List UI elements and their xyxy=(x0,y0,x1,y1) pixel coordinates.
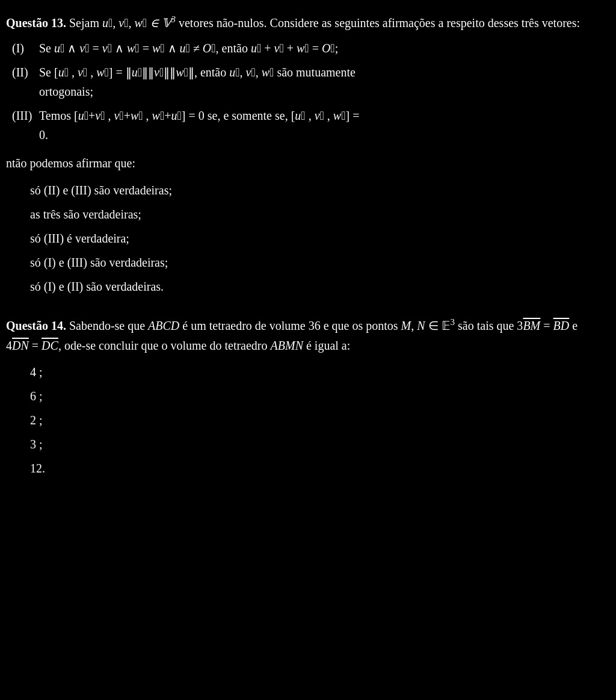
vector-BD: BD xyxy=(553,318,570,332)
statement-II: (II) Se [u⃗ , v⃗ , w⃗] = ‖u⃗‖‖v⃗‖‖w⃗‖, e… xyxy=(12,63,598,101)
option-13-e-text: só (I) e (II) são verdadeiras. xyxy=(30,276,164,297)
statement-III-label: (III) xyxy=(12,106,39,125)
question-13-block: Questão 13. Sejam u⃗, v⃗, w⃗ ∈ 𝕍3 vetore… xyxy=(6,12,598,297)
statement-I-label: (I) xyxy=(12,39,39,58)
statement-I-text: Se u⃗ ∧ v⃗ = v⃗ ∧ w⃗ = w⃗ ∧ u⃗ ≠ O⃗, ent… xyxy=(39,39,598,58)
question-13-title: Questão 13. Sejam u⃗, v⃗, w⃗ ∈ 𝕍3 vetore… xyxy=(6,12,598,33)
option-14-c: 2 ; xyxy=(18,410,598,430)
option-13-c-text: só (III) é verdadeira; xyxy=(30,228,129,249)
question-14-block: Questão 14. Sabendo-se que ABCD é um tet… xyxy=(6,315,598,479)
option-14-c-text: 2 ; xyxy=(30,410,43,430)
option-13-a-text: só (II) e (III) são verdadeiras; xyxy=(30,180,172,200)
statement-I: (I) Se u⃗ ∧ v⃗ = v⃗ ∧ w⃗ = w⃗ ∧ u⃗ ≠ O⃗,… xyxy=(12,39,598,58)
option-14-d: 3 ; xyxy=(18,434,598,454)
option-13-a: só (II) e (III) são verdadeiras; xyxy=(18,180,598,200)
statement-list-13: (I) Se u⃗ ∧ v⃗ = v⃗ ∧ w⃗ = w⃗ ∧ u⃗ ≠ O⃗,… xyxy=(12,39,598,144)
option-14-a-text: 4 ; xyxy=(30,362,43,382)
option-14-b: 6 ; xyxy=(18,386,598,406)
statement-III-text: Temos [u⃗+v⃗ , v⃗+w⃗ , w⃗+u⃗] = 0 se, e … xyxy=(39,106,598,144)
option-13-b: as três são verdadeiras; xyxy=(18,204,598,225)
option-14-e: 12. xyxy=(18,458,598,479)
page-content: Questão 13. Sejam u⃗, v⃗, w⃗ ∈ 𝕍3 vetore… xyxy=(6,12,598,479)
option-14-b-text: 6 ; xyxy=(30,386,43,406)
option-13-b-text: as três são verdadeiras; xyxy=(30,204,141,225)
option-13-e: só (I) e (II) são verdadeiras. xyxy=(18,276,598,297)
question-13-label: Questão 13. xyxy=(6,16,66,29)
option-14-d-text: 3 ; xyxy=(30,434,43,454)
options-list-14: 4 ; 6 ; 2 ; 3 ; 12. xyxy=(18,362,598,479)
statement-II-label: (II) xyxy=(12,63,39,82)
vector-DN: DN xyxy=(12,339,29,352)
conclusion-13: ntão podemos afirmar que: xyxy=(6,153,598,173)
statement-III: (III) Temos [u⃗+v⃗ , v⃗+w⃗ , w⃗+u⃗] = 0 … xyxy=(12,106,598,144)
math-vectors: u⃗, v⃗, w⃗ ∈ 𝕍3 xyxy=(102,16,176,29)
option-14-e-text: 12. xyxy=(30,458,45,479)
option-13-d: só (I) e (III) são verdadeiras; xyxy=(18,252,598,273)
options-list-13: só (II) e (III) são verdadeiras; as três… xyxy=(18,180,598,297)
option-14-a: 4 ; xyxy=(18,362,598,382)
question-14-title: Questão 14. Sabendo-se que ABCD é um tet… xyxy=(6,315,598,356)
vector-BM: BM xyxy=(523,318,540,332)
vector-DC: DC xyxy=(42,339,58,352)
option-13-d-text: só (I) e (III) são verdadeiras; xyxy=(30,252,168,273)
question-14-label: Questão 14. xyxy=(6,318,66,332)
statement-II-text: Se [u⃗ , v⃗ , w⃗] = ‖u⃗‖‖v⃗‖‖w⃗‖, então … xyxy=(39,63,598,101)
option-13-c: só (III) é verdadeira; xyxy=(18,228,598,249)
